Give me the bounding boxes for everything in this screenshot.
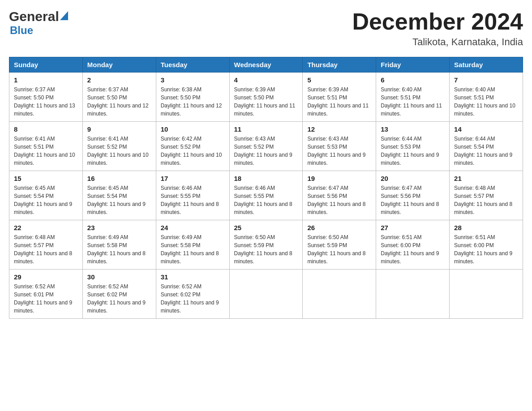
calendar-cell: 23 Sunrise: 6:49 AM Sunset: 5:58 PM Dayl… xyxy=(82,220,156,270)
daylight-label: Daylight: 11 hours and 11 minutes. xyxy=(307,103,369,117)
sunrise-label: Sunrise: 6:41 AM xyxy=(14,136,55,142)
sunrise-label: Sunrise: 6:49 AM xyxy=(161,234,202,240)
sunrise-label: Sunrise: 6:46 AM xyxy=(161,185,202,191)
daylight-label: Daylight: 11 hours and 8 minutes. xyxy=(307,250,365,265)
sunrise-label: Sunrise: 6:43 AM xyxy=(307,136,348,142)
day-info: Sunrise: 6:39 AM Sunset: 5:51 PM Dayligh… xyxy=(307,86,371,118)
calendar-day-header: Friday xyxy=(376,57,450,73)
day-number: 2 xyxy=(87,76,151,84)
daylight-label: Daylight: 11 hours and 9 minutes. xyxy=(381,152,439,166)
sunset-label: Sunset: 5:55 PM xyxy=(234,193,274,199)
day-number: 28 xyxy=(454,224,518,231)
day-number: 14 xyxy=(454,125,518,133)
daylight-label: Daylight: 11 hours and 8 minutes. xyxy=(14,250,72,265)
daylight-label: Daylight: 11 hours and 9 minutes. xyxy=(454,152,512,166)
daylight-label: Daylight: 11 hours and 9 minutes. xyxy=(14,201,72,215)
day-info: Sunrise: 6:49 AM Sunset: 5:58 PM Dayligh… xyxy=(87,233,151,265)
sunrise-label: Sunrise: 6:47 AM xyxy=(307,185,348,191)
day-number: 11 xyxy=(234,125,298,133)
sunrise-label: Sunrise: 6:37 AM xyxy=(87,86,128,93)
sunset-label: Sunset: 5:54 PM xyxy=(454,144,494,150)
day-info: Sunrise: 6:51 AM Sunset: 6:00 PM Dayligh… xyxy=(381,233,445,265)
sunset-label: Sunset: 5:51 PM xyxy=(381,94,420,101)
sunset-label: Sunset: 5:53 PM xyxy=(307,144,347,150)
sunrise-label: Sunrise: 6:44 AM xyxy=(381,136,421,142)
day-number: 4 xyxy=(234,76,298,84)
location-subtitle: Talikota, Karnataka, India xyxy=(352,36,523,48)
page-header: General Blue December 2024 Talikota, Kar… xyxy=(9,9,523,48)
calendar-week-row: 15 Sunrise: 6:45 AM Sunset: 5:54 PM Dayl… xyxy=(9,171,523,220)
daylight-label: Daylight: 11 hours and 10 minutes. xyxy=(161,152,222,166)
daylight-label: Daylight: 11 hours and 9 minutes. xyxy=(87,300,146,314)
sunrise-label: Sunrise: 6:40 AM xyxy=(381,86,421,93)
daylight-label: Daylight: 11 hours and 10 minutes. xyxy=(454,103,515,117)
sunrise-label: Sunrise: 6:42 AM xyxy=(161,136,202,142)
day-number: 19 xyxy=(307,175,371,182)
sunset-label: Sunset: 5:55 PM xyxy=(161,193,201,199)
sunset-label: Sunset: 6:01 PM xyxy=(14,291,54,298)
sunset-label: Sunset: 5:50 PM xyxy=(14,94,54,101)
daylight-label: Daylight: 11 hours and 10 minutes. xyxy=(87,152,149,166)
day-number: 7 xyxy=(454,76,518,84)
calendar-cell: 9 Sunrise: 6:41 AM Sunset: 5:52 PM Dayli… xyxy=(82,122,156,171)
sunset-label: Sunset: 5:51 PM xyxy=(14,144,54,150)
day-number: 5 xyxy=(307,76,371,84)
day-number: 22 xyxy=(14,224,78,231)
calendar-cell: 22 Sunrise: 6:48 AM Sunset: 5:57 PM Dayl… xyxy=(9,220,83,270)
calendar-cell: 5 Sunrise: 6:39 AM Sunset: 5:51 PM Dayli… xyxy=(303,73,376,122)
calendar-cell: 20 Sunrise: 6:47 AM Sunset: 5:56 PM Dayl… xyxy=(376,171,450,220)
title-block: December 2024 Talikota, Karnataka, India xyxy=(352,9,523,48)
sunrise-label: Sunrise: 6:39 AM xyxy=(307,86,348,93)
day-number: 23 xyxy=(87,224,151,231)
calendar-cell: 4 Sunrise: 6:39 AM Sunset: 5:50 PM Dayli… xyxy=(229,73,303,122)
sunrise-label: Sunrise: 6:51 AM xyxy=(381,234,421,240)
sunrise-label: Sunrise: 6:52 AM xyxy=(87,283,128,290)
calendar-cell: 14 Sunrise: 6:44 AM Sunset: 5:54 PM Dayl… xyxy=(450,122,523,171)
day-info: Sunrise: 6:40 AM Sunset: 5:51 PM Dayligh… xyxy=(454,86,518,118)
day-number: 24 xyxy=(161,224,225,231)
calendar-cell: 8 Sunrise: 6:41 AM Sunset: 5:51 PM Dayli… xyxy=(9,122,83,171)
daylight-label: Daylight: 11 hours and 9 minutes. xyxy=(307,152,365,166)
day-number: 6 xyxy=(381,76,445,84)
day-number: 20 xyxy=(381,175,445,182)
day-info: Sunrise: 6:50 AM Sunset: 5:59 PM Dayligh… xyxy=(307,233,371,265)
day-info: Sunrise: 6:39 AM Sunset: 5:50 PM Dayligh… xyxy=(234,86,298,118)
day-info: Sunrise: 6:37 AM Sunset: 5:50 PM Dayligh… xyxy=(14,86,78,118)
calendar-cell: 28 Sunrise: 6:51 AM Sunset: 6:00 PM Dayl… xyxy=(450,220,523,270)
sunrise-label: Sunrise: 6:49 AM xyxy=(87,234,128,240)
sunset-label: Sunset: 5:52 PM xyxy=(234,144,274,150)
day-number: 18 xyxy=(234,175,298,182)
sunset-label: Sunset: 5:57 PM xyxy=(14,242,54,248)
daylight-label: Daylight: 11 hours and 11 minutes. xyxy=(234,103,296,117)
sunrise-label: Sunrise: 6:47 AM xyxy=(381,185,421,191)
day-info: Sunrise: 6:42 AM Sunset: 5:52 PM Dayligh… xyxy=(161,135,225,167)
calendar-day-header: Monday xyxy=(82,57,156,73)
calendar-cell: 12 Sunrise: 6:43 AM Sunset: 5:53 PM Dayl… xyxy=(303,122,376,171)
calendar-day-header: Saturday xyxy=(450,57,523,73)
daylight-label: Daylight: 11 hours and 12 minutes. xyxy=(87,103,149,117)
daylight-label: Daylight: 11 hours and 9 minutes. xyxy=(87,201,146,215)
day-number: 27 xyxy=(381,224,445,231)
day-number: 16 xyxy=(87,175,151,182)
day-info: Sunrise: 6:41 AM Sunset: 5:51 PM Dayligh… xyxy=(14,135,78,167)
sunset-label: Sunset: 5:50 PM xyxy=(87,94,127,101)
calendar-cell: 29 Sunrise: 6:52 AM Sunset: 6:01 PM Dayl… xyxy=(9,270,83,319)
day-info: Sunrise: 6:43 AM Sunset: 5:53 PM Dayligh… xyxy=(307,135,371,167)
sunrise-label: Sunrise: 6:48 AM xyxy=(14,234,55,240)
calendar-day-header: Thursday xyxy=(303,57,376,73)
day-number: 29 xyxy=(14,273,78,281)
sunrise-label: Sunrise: 6:40 AM xyxy=(454,86,495,93)
sunset-label: Sunset: 6:02 PM xyxy=(87,291,127,298)
daylight-label: Daylight: 11 hours and 8 minutes. xyxy=(454,201,512,215)
sunrise-label: Sunrise: 6:37 AM xyxy=(14,86,55,93)
calendar-cell: 7 Sunrise: 6:40 AM Sunset: 5:51 PM Dayli… xyxy=(450,73,523,122)
month-title: December 2024 xyxy=(352,9,523,34)
calendar-cell: 21 Sunrise: 6:48 AM Sunset: 5:57 PM Dayl… xyxy=(450,171,523,220)
sunset-label: Sunset: 6:00 PM xyxy=(381,242,420,248)
sunrise-label: Sunrise: 6:48 AM xyxy=(454,185,495,191)
calendar-week-row: 1 Sunrise: 6:37 AM Sunset: 5:50 PM Dayli… xyxy=(9,73,523,122)
sunrise-label: Sunrise: 6:39 AM xyxy=(234,86,275,93)
sunrise-label: Sunrise: 6:51 AM xyxy=(454,234,495,240)
calendar-cell: 18 Sunrise: 6:46 AM Sunset: 5:55 PM Dayl… xyxy=(229,171,303,220)
day-number: 3 xyxy=(161,76,225,84)
